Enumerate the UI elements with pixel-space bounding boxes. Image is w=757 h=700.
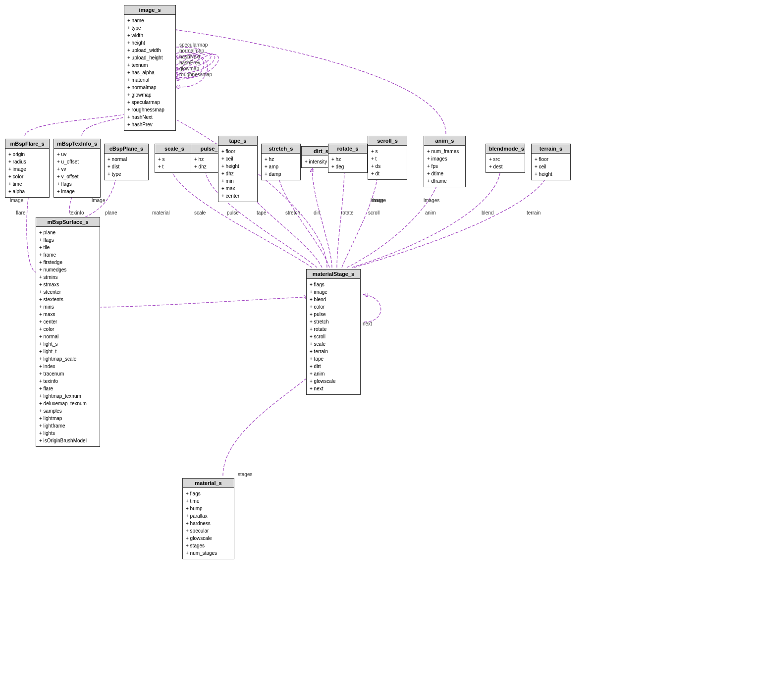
label-rotate: rotate <box>341 210 354 215</box>
box-mbsptexinfo-s-title: mBspTexInfo_s <box>54 139 100 149</box>
box-rotate-s: rotate_s + hz + deg <box>328 144 368 173</box>
box-mbspsurface-s: mBspSurface_s + plane + flags + tile + f… <box>36 217 100 447</box>
label-glowmap: glowmap <box>179 66 199 71</box>
box-mbspsurface-s-title: mBspSurface_s <box>36 217 100 227</box>
box-image-s: image_s + name + type + width + height +… <box>124 5 176 131</box>
box-terrain-s-title: terrain_s <box>532 144 570 154</box>
box-cbspplane-s: cBspPlane_s + normal + dist + type <box>104 144 149 180</box>
box-mbsptexinfo-s-fields: + uv + u_offset + vv + v_offset + flags … <box>54 149 100 197</box>
label-specularmap: specularmap <box>179 42 208 48</box>
box-material-s-fields: + flags + time + bump + parallax + hardn… <box>183 488 234 559</box>
box-stretch-s: stretch_s + hz + amp + damp <box>261 144 301 180</box>
label-terrain: terrain <box>527 210 541 215</box>
label-stretch: stretch <box>285 210 300 215</box>
box-mbspflare-s: mBspFlare_s + origin + radius + image + … <box>5 139 50 198</box>
box-anim-s-fields: + num_frames + images + fps + dtime + df… <box>424 146 465 187</box>
arrows-svg <box>0 0 757 700</box>
box-image-s-title: image_s <box>124 5 175 15</box>
box-tape-s-title: tape_s <box>218 136 257 146</box>
box-tape-s-fields: + floor + ceil + height + dhz + min + ma… <box>218 146 257 202</box>
box-blendmode-s-title: blendmode_s <box>486 144 525 154</box>
label-image-flare: image <box>10 198 23 203</box>
label-tape: tape <box>257 210 266 215</box>
box-blendmode-s: blendmode_s + src + dest <box>486 144 525 173</box>
box-rotate-s-fields: + hz + deg <box>328 154 367 172</box>
box-terrain-s-fields: + floor + ceil + height <box>532 154 570 180</box>
box-anim-s-title: anim_s <box>424 136 465 146</box>
box-cbspplane-s-title: cBspPlane_s <box>105 144 148 154</box>
box-anim-s: anim_s + num_frames + images + fps + dti… <box>424 136 466 187</box>
label-plane: plane <box>105 210 117 215</box>
label-next: next <box>363 321 372 326</box>
label-roughnessmap: roughnessmap <box>179 72 212 77</box>
label-hashnext: hashNext <box>179 54 200 59</box>
label-anim: anim <box>425 210 436 215</box>
box-materialstage-s-title: materialStage_s <box>307 269 360 279</box>
box-blendmode-s-fields: + src + dest <box>486 154 525 172</box>
box-terrain-s: terrain_s + floor + ceil + height <box>531 144 571 180</box>
box-materialstage-s: materialStage_s + flags + image + blend … <box>306 269 361 395</box>
box-scroll-s-fields: + s + t + ds + dt <box>368 146 407 179</box>
label-scroll: scroll <box>368 210 379 215</box>
label-image-materialstage2: image <box>373 198 386 203</box>
box-rotate-s-title: rotate_s <box>328 144 367 154</box>
label-texinfo: texinfo <box>69 210 84 215</box>
box-tape-s: tape_s + floor + ceil + height + dhz + m… <box>218 136 258 202</box>
label-blend: blend <box>482 210 493 215</box>
box-mbspsurface-s-fields: + plane + flags + tile + frame + firsted… <box>36 227 100 446</box>
label-hashprev: hashPrev <box>179 60 200 65</box>
box-stretch-s-title: stretch_s <box>262 144 300 154</box>
box-stretch-s-fields: + hz + amp + damp <box>262 154 300 180</box>
box-scale-s-fields: + s + t <box>155 154 194 172</box>
box-scale-s: scale_s + s + t <box>155 144 194 173</box>
diagram-container: image_s + name + type + width + height +… <box>0 0 757 700</box>
label-image-texinfo: image <box>92 198 105 203</box>
box-mbspflare-s-fields: + origin + radius + image + color + time… <box>5 149 49 197</box>
box-mbspflare-s-title: mBspFlare_s <box>5 139 49 149</box>
box-materialstage-s-fields: + flags + image + blend + color + pulse … <box>307 279 360 394</box>
label-flare: flare <box>16 210 25 215</box>
label-dirt: dirt <box>314 210 321 215</box>
label-scale: scale <box>194 210 206 215</box>
label-material: material <box>152 210 170 215</box>
box-mbsptexinfo-s: mBspTexInfo_s + uv + u_offset + vv + v_o… <box>54 139 101 198</box>
label-stages: stages <box>238 472 252 477</box>
label-pulse: pulse <box>227 210 239 215</box>
box-scroll-s: scroll_s + s + t + ds + dt <box>368 136 407 180</box>
box-scroll-s-title: scroll_s <box>368 136 407 146</box>
box-scale-s-title: scale_s <box>155 144 194 154</box>
box-image-s-fields: + name + type + width + height + upload_… <box>124 15 175 130</box>
label-normalmap: normalmap <box>179 48 204 54</box>
label-images-anim: images <box>424 198 439 203</box>
box-cbspplane-s-fields: + normal + dist + type <box>105 154 148 180</box>
box-material-s: material_s + flags + time + bump + paral… <box>182 478 234 559</box>
box-material-s-title: material_s <box>183 479 234 488</box>
